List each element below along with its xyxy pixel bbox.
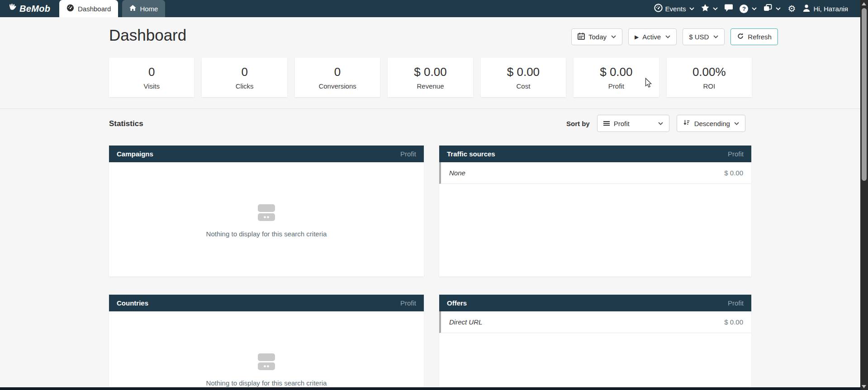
section-divider <box>0 108 860 109</box>
chat-icon[interactable] <box>725 4 733 13</box>
stat-value: 0.00% <box>693 65 726 79</box>
bemob-logo-icon <box>8 4 17 14</box>
user-menu[interactable]: Hi, Наталія <box>802 4 848 14</box>
currency-label: $ USD <box>689 33 709 41</box>
stat-card-conversions: 0 Conversions <box>295 58 380 97</box>
gear-icon[interactable]: ⚙ <box>787 4 796 13</box>
tab-dashboard-label: Dashboard <box>78 5 111 13</box>
favorites-menu[interactable] <box>701 4 718 13</box>
countries-panel: Countries Profit Nothing to display for … <box>109 295 424 390</box>
sort-field-value: Profit <box>614 120 630 127</box>
stat-card-roi: 0.00% ROI <box>667 58 752 97</box>
stat-label: Visits <box>143 82 160 90</box>
scrollbar-up-arrow-icon[interactable] <box>862 2 866 5</box>
panel-metric-label: Profit <box>728 299 744 307</box>
empty-data-icon <box>256 353 276 373</box>
sort-controls: Sort by Profit Descending <box>566 115 745 132</box>
sort-field-dropdown[interactable]: Profit <box>597 115 669 132</box>
sort-direction-value: Descending <box>694 120 730 127</box>
stat-value: $ 0.00 <box>414 65 446 79</box>
stat-value: 0 <box>241 65 247 79</box>
star-icon <box>701 4 709 13</box>
sort-direction-dropdown[interactable]: Descending <box>677 115 745 132</box>
vertical-scrollbar[interactable] <box>860 0 868 390</box>
help-icon: ? <box>740 5 748 13</box>
bemob-logo-text: BeMob <box>19 4 50 14</box>
events-menu[interactable]: Events <box>654 4 695 14</box>
traffic-sources-panel: Traffic sources Profit None $ 0.00 <box>439 146 751 277</box>
refresh-label: Refresh <box>748 33 772 41</box>
countries-panel-header: Countries Profit <box>109 295 424 311</box>
user-greeting: Hi, Наталія <box>813 5 848 13</box>
page-title: Dashboard <box>109 26 186 44</box>
stat-label: Profit <box>608 82 624 90</box>
table-row[interactable]: Direct URL $ 0.00 <box>439 311 751 333</box>
empty-state-text: Nothing to display for this search crite… <box>206 230 327 238</box>
row-name: None <box>449 169 465 177</box>
chevron-down-icon <box>713 35 718 38</box>
row-value: $ 0.00 <box>724 169 743 177</box>
currency-button[interactable]: $ USD <box>683 28 725 45</box>
panel-title: Offers <box>447 299 467 307</box>
help-menu[interactable]: ? <box>740 5 757 13</box>
chevron-down-icon <box>689 7 694 10</box>
panel-title: Campaigns <box>117 150 153 158</box>
stat-value: $ 0.00 <box>600 65 632 79</box>
stat-label: Clicks <box>236 82 254 90</box>
tab-home-label: Home <box>140 5 158 13</box>
panel-metric-label: Profit <box>400 299 416 307</box>
empty-state-text: Nothing to display for this search crite… <box>206 379 327 387</box>
traffic-sources-panel-header: Traffic sources Profit <box>439 146 751 162</box>
refresh-button[interactable]: Refresh <box>730 28 778 45</box>
stat-card-revenue: $ 0.00 Revenue <box>388 58 473 97</box>
stat-value: 0 <box>334 65 341 79</box>
calendar-icon <box>578 33 585 41</box>
home-icon <box>129 5 136 13</box>
sort-descending-icon <box>683 119 690 128</box>
panel-title: Countries <box>117 299 148 307</box>
statistics-heading: Statistics <box>109 119 143 128</box>
empty-data-icon <box>256 204 276 224</box>
stats-summary-row: 0 Visits 0 Clicks 0 Conversions $ 0.00 R… <box>109 58 752 97</box>
chevron-down-icon <box>713 7 718 10</box>
workspaces-menu[interactable] <box>764 4 781 13</box>
tab-dashboard[interactable]: Dashboard <box>59 0 118 17</box>
chevron-down-icon <box>752 7 757 10</box>
chevron-down-icon <box>658 122 663 125</box>
row-name: Direct URL <box>449 318 482 326</box>
topbar-tabs: Dashboard Home <box>59 0 165 17</box>
empty-state: Nothing to display for this search crite… <box>109 162 424 238</box>
stat-value: $ 0.00 <box>507 65 540 79</box>
events-label: Events <box>665 5 686 13</box>
chevron-down-icon <box>611 35 616 38</box>
top-navigation-bar: BeMob Dashboard Home Events <box>0 0 860 17</box>
campaigns-panel-header: Campaigns Profit <box>109 146 424 162</box>
panel-title: Traffic sources <box>447 150 495 158</box>
sort-by-label: Sort by <box>566 120 590 127</box>
scrollbar-thumb[interactable] <box>862 8 867 181</box>
stat-card-cost: $ 0.00 Cost <box>481 58 566 97</box>
user-icon <box>802 4 811 14</box>
row-value: $ 0.00 <box>724 318 743 326</box>
campaigns-panel: Campaigns Profit Nothing to display for … <box>109 146 424 277</box>
chevron-down-icon <box>734 122 739 125</box>
scrollbar-down-arrow-icon[interactable] <box>862 385 866 388</box>
tab-home[interactable]: Home <box>122 0 165 17</box>
refresh-icon <box>737 33 744 41</box>
dashboard-gauge-icon <box>66 4 74 13</box>
stat-card-clicks: 0 Clicks <box>202 58 287 97</box>
windows-stack-icon <box>764 4 772 13</box>
status-filter-button[interactable]: ▶ Active <box>628 28 677 45</box>
stat-label: Conversions <box>318 82 356 90</box>
play-icon: ▶ <box>635 34 639 40</box>
bottom-edge-bar <box>0 387 860 390</box>
panel-metric-label: Profit <box>728 150 744 158</box>
bemob-logo[interactable]: BeMob <box>8 0 50 17</box>
list-lines-icon <box>603 120 610 127</box>
stat-label: Cost <box>517 82 531 90</box>
offers-panel-header: Offers Profit <box>439 295 751 311</box>
panel-metric-label: Profit <box>400 150 416 158</box>
date-range-button[interactable]: Today <box>571 28 622 45</box>
topbar-right-menu: Events ? <box>654 0 848 17</box>
table-row[interactable]: None $ 0.00 <box>439 162 751 184</box>
